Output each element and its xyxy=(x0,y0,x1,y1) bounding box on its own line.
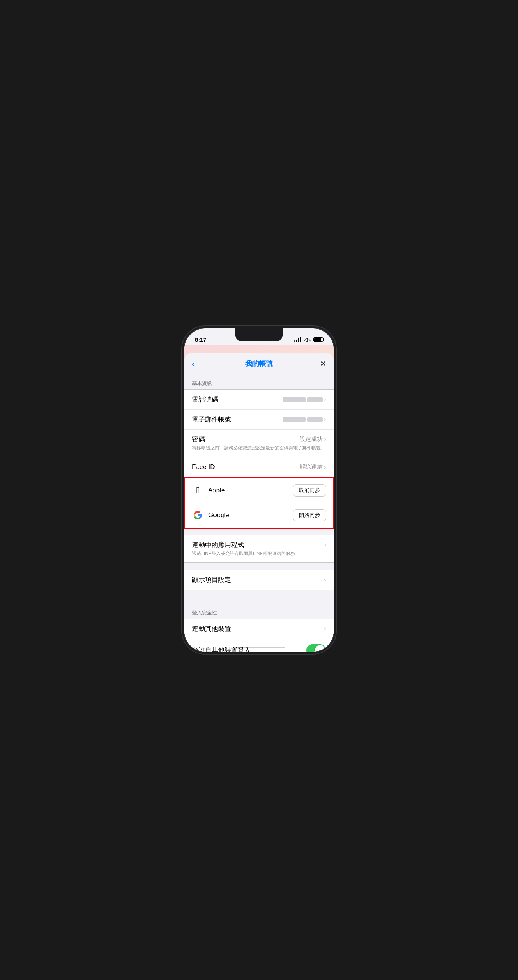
email-chevron-icon: › xyxy=(324,416,326,423)
linked-apps-section: 連動中的應用程式 › 透過LINE登入或允許存取而與LINE帳號連結的服務。 xyxy=(184,535,334,563)
google-row[interactable]: Google 開始同步 xyxy=(184,503,334,528)
status-time: 8:17 xyxy=(195,336,206,343)
apple-logo-icon:  xyxy=(196,485,200,496)
google-icon xyxy=(192,510,204,521)
signal-bars-icon xyxy=(294,337,301,342)
google-label: Google xyxy=(208,511,293,519)
faceid-row[interactable]: Face ID 解除連結 › xyxy=(184,457,334,477)
blur-2 xyxy=(307,397,323,402)
battery-fill xyxy=(314,338,321,341)
back-button[interactable]: ‹ xyxy=(192,359,206,368)
apple-sync-button[interactable]: 取消同步 xyxy=(293,484,326,497)
notch xyxy=(235,328,283,341)
apple-label: Apple xyxy=(208,487,293,494)
status-icons: ◁▷ xyxy=(294,337,323,343)
linked-apps-chevron-icon: › xyxy=(324,541,326,548)
phone-frame: 8:17 ◁▷ ‹ 我的帳號 xyxy=(184,328,334,652)
email-label: 電子郵件帳號 xyxy=(192,415,283,424)
display-settings-section: 顯示項目設定 › xyxy=(184,570,334,590)
link-devices-chevron-icon: › xyxy=(324,625,326,632)
email-blur xyxy=(283,417,323,422)
linked-apps-row[interactable]: 連動中的應用程式 › 透過LINE登入或允許存取而與LINE帳號連結的服務。 xyxy=(184,535,334,562)
link-devices-label: 連動其他裝置 xyxy=(192,624,231,633)
spacer-2 xyxy=(184,563,334,570)
password-row[interactable]: 密碼 設定成功 › 轉移帳號之前，請務必確認您已設定最新的密碼與電子郵件帳號。 xyxy=(184,430,334,457)
modal-header: ‹ 我的帳號 ✕ xyxy=(184,353,334,373)
password-chevron-icon: › xyxy=(324,436,326,443)
linked-apps-subtext: 透過LINE登入或允許存取而與LINE帳號連結的服務。 xyxy=(192,550,300,557)
password-value: 設定成功 xyxy=(300,436,323,443)
link-devices-row[interactable]: 連動其他裝置 › xyxy=(184,619,334,639)
allow-login-row[interactable]: 允許自其他裝置登入 開啟此設定後，您可在其他裝置（如電腦、智慧手機、平板及智慧手… xyxy=(184,639,334,652)
email-row-right: › xyxy=(283,416,326,423)
display-settings-row[interactable]: 顯示項目設定 › xyxy=(184,570,334,590)
phone-label: 電話號碼 xyxy=(192,395,283,404)
apple-row[interactable]:  Apple 取消同步 xyxy=(184,478,334,503)
toggle-switch[interactable] xyxy=(306,644,326,652)
modal-sheet: ‹ 我的帳號 ✕ 基本資訊 電話號碼 xyxy=(184,353,334,652)
spacer-1 xyxy=(184,528,334,535)
faceid-row-left: Face ID xyxy=(192,463,300,471)
password-subtext: 轉移帳號之前，請務必確認您已設定最新的密碼與電子郵件帳號。 xyxy=(192,445,325,451)
modal-title: 我的帳號 xyxy=(206,359,312,368)
blur-4 xyxy=(307,417,323,422)
scroll-content[interactable]: 基本資訊 電話號碼 xyxy=(184,373,334,652)
social-section:  Apple 取消同步 xyxy=(184,478,334,528)
phone-chevron-icon: › xyxy=(324,396,326,403)
faceid-label: Face ID xyxy=(192,463,300,471)
display-settings-label: 顯示項目設定 xyxy=(192,575,231,584)
close-button[interactable]: ✕ xyxy=(312,359,326,368)
email-row-left: 電子郵件帳號 xyxy=(192,415,283,424)
login-security-label: 登入安全性 xyxy=(184,603,334,619)
toggle-thumb xyxy=(315,645,325,652)
app-background: ‹ 我的帳號 ✕ 基本資訊 電話號碼 xyxy=(184,345,334,652)
faceid-chevron-icon: › xyxy=(324,464,326,470)
faceid-row-right: 解除連結 › xyxy=(300,463,326,470)
apple-icon:  xyxy=(192,485,204,496)
blur-1 xyxy=(283,397,306,402)
phone-blur xyxy=(283,397,323,402)
basic-info-label: 基本資訊 xyxy=(184,373,334,389)
home-indicator xyxy=(233,647,285,648)
phone-row-right: › xyxy=(283,396,326,403)
google-sync-button[interactable]: 開始同步 xyxy=(293,509,326,521)
allow-login-toggle[interactable] xyxy=(306,644,326,652)
section-spacer-1 xyxy=(184,590,334,603)
email-row[interactable]: 電子郵件帳號 › xyxy=(184,410,334,430)
password-label: 密碼 xyxy=(192,435,205,444)
blur-3 xyxy=(283,417,306,422)
phone-row-left: 電話號碼 xyxy=(192,395,283,404)
phone-row[interactable]: 電話號碼 › xyxy=(184,390,334,410)
basic-info-group: 電話號碼 › xyxy=(184,389,334,477)
battery-icon xyxy=(313,337,323,342)
wifi-icon: ◁▷ xyxy=(303,337,311,343)
display-settings-chevron-icon: › xyxy=(324,577,326,583)
phone-screen: 8:17 ◁▷ ‹ 我的帳號 xyxy=(184,328,334,652)
faceid-value: 解除連結 xyxy=(300,463,323,470)
google-logo-icon xyxy=(193,511,202,520)
password-row-right: 設定成功 › xyxy=(300,436,326,443)
linked-apps-label: 連動中的應用程式 xyxy=(192,541,244,549)
